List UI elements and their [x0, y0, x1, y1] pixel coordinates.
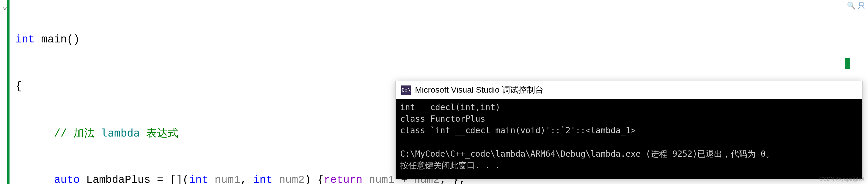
change-marker [7, 0, 9, 184]
console-window: C:\ Microsoft Visual Studio 调试控制台 int __… [395, 81, 863, 179]
console-titlebar[interactable]: C:\ Microsoft Visual Studio 调试控制台 [396, 81, 862, 99]
watermark: CSDN @yupinghot [819, 175, 864, 183]
comment-lambda: lambda [95, 127, 146, 139]
console-body[interactable]: int __cdecl(int,int) class FunctorPlus c… [396, 99, 862, 179]
comment-text: 表达式 [146, 127, 178, 140]
gutter: ⌄ [0, 0, 11, 184]
keyword-auto: auto [54, 174, 80, 184]
comment-text: 加法 [73, 127, 95, 140]
keyword-int: int [253, 174, 273, 184]
console-line: C:\MyCode\C++_code\lambda\ARM64\Debug\la… [400, 149, 774, 159]
console-line: int __cdecl(int,int) [400, 102, 500, 112]
top-right-fragment: 🔍 只 [847, 1, 865, 11]
console-icon: C:\ [401, 85, 411, 95]
var-name: LambdaPlus [80, 174, 157, 184]
console-title-text: Microsoft Visual Studio 调试控制台 [415, 84, 544, 96]
comment: // [54, 127, 73, 140]
op-eq: = [157, 174, 163, 184]
right-change-marker [845, 58, 850, 69]
fn-name: main [41, 34, 67, 46]
param: num2 [273, 174, 305, 184]
collapse-icon[interactable]: ⌄ [2, 1, 7, 13]
keyword-int: int [16, 34, 35, 46]
code-line: int main() [16, 32, 465, 47]
keyword-return: return [324, 174, 362, 184]
console-line: 按任意键关闭此窗口. . . [400, 160, 500, 170]
keyword-int: int [189, 174, 208, 184]
param: num1 [208, 174, 241, 184]
parens: () [67, 34, 80, 46]
console-line: class FunctorPlus [400, 114, 486, 124]
console-line: class `int __cdecl main(void)'::`2'::<la… [400, 125, 636, 135]
capture: [] [163, 174, 183, 184]
